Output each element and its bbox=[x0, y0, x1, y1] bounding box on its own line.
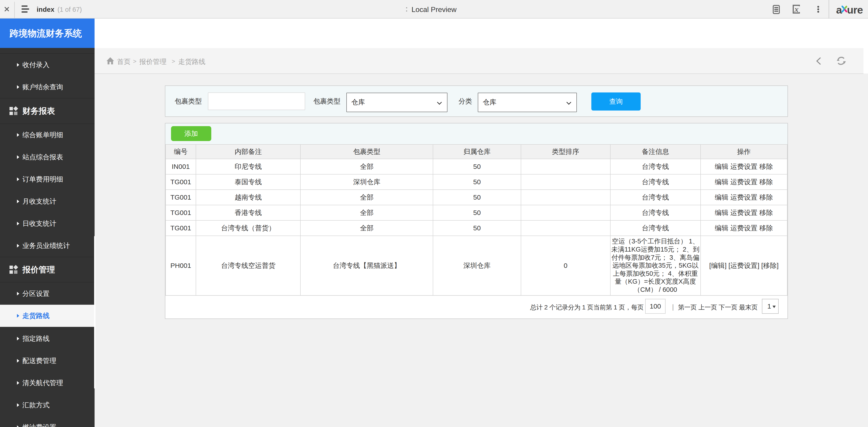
svg-text:x: x bbox=[794, 5, 799, 14]
